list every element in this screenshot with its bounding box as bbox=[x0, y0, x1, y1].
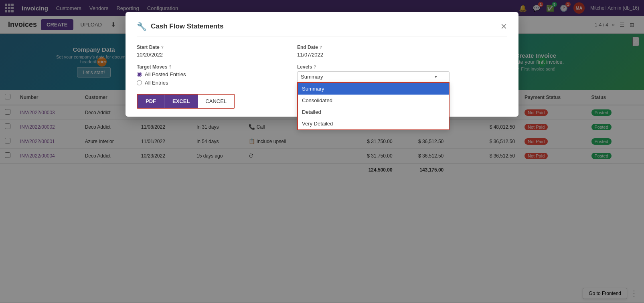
levels-option-summary[interactable]: Summary bbox=[298, 83, 449, 95]
levels-option-detailed[interactable]: Detailed bbox=[298, 106, 449, 118]
levels-selected-value: Summary bbox=[301, 74, 323, 80]
target-moves-group: Target Moves ? All Posted Entries All En… bbox=[137, 64, 217, 86]
modal-row-1: Start Date ? 10/20/2022 End Date ? 11/07… bbox=[137, 44, 507, 58]
pdf-button[interactable]: PDF bbox=[138, 95, 164, 108]
start-date-label: Start Date ? bbox=[137, 44, 217, 50]
levels-label: Levels ? bbox=[297, 64, 450, 70]
modal-header: 🔧 Cash Flow Statements ✕ bbox=[137, 22, 507, 36]
chevron-down-icon: ▼ bbox=[434, 75, 438, 79]
levels-dropdown: SummaryConsolidatedDetailedVery Detailed bbox=[297, 82, 450, 130]
levels-select[interactable]: Summary ▼ bbox=[297, 71, 450, 82]
radio-all-entries[interactable]: All Entries bbox=[137, 80, 217, 86]
cash-flow-modal: 🔧 Cash Flow Statements ✕ Start Date ? 10… bbox=[126, 12, 518, 117]
modal-close-button[interactable]: ✕ bbox=[500, 22, 507, 31]
modal-footer: PDF EXCEL CANCEL bbox=[137, 94, 235, 109]
end-date-value[interactable]: 11/07/2022 bbox=[297, 52, 377, 58]
target-moves-label: Target Moves ? bbox=[137, 64, 217, 70]
start-date-group: Start Date ? 10/20/2022 bbox=[137, 44, 217, 58]
modal-body: Start Date ? 10/20/2022 End Date ? 11/07… bbox=[137, 44, 507, 86]
cancel-button[interactable]: CANCEL bbox=[198, 95, 234, 108]
levels-option-consolidated[interactable]: Consolidated bbox=[298, 95, 449, 106]
end-date-label: End Date ? bbox=[297, 44, 377, 50]
modal-icon: 🔧 bbox=[137, 22, 147, 31]
levels-group: Levels ? Summary ▼ SummaryConsolidatedDe… bbox=[297, 64, 450, 82]
modal-overlay[interactable]: 🔧 Cash Flow Statements ✕ Start Date ? 10… bbox=[0, 0, 644, 302]
target-moves-radio-group: All Posted Entries All Entries bbox=[137, 71, 217, 86]
radio-all-posted[interactable]: All Posted Entries bbox=[137, 71, 217, 77]
levels-option-very-detailed[interactable]: Very Detailed bbox=[298, 118, 449, 129]
modal-title: Cash Flow Statements bbox=[151, 22, 496, 30]
modal-row-2: Target Moves ? All Posted Entries All En… bbox=[137, 64, 507, 86]
levels-help: ? bbox=[314, 65, 316, 69]
start-date-help: ? bbox=[161, 45, 164, 50]
excel-button[interactable]: EXCEL bbox=[164, 95, 198, 108]
levels-container: Summary ▼ SummaryConsolidatedDetailedVer… bbox=[297, 71, 450, 82]
target-moves-help: ? bbox=[169, 65, 171, 69]
end-date-help: ? bbox=[320, 45, 322, 50]
start-date-value[interactable]: 10/20/2022 bbox=[137, 52, 217, 58]
end-date-group: End Date ? 11/07/2022 bbox=[297, 44, 377, 58]
